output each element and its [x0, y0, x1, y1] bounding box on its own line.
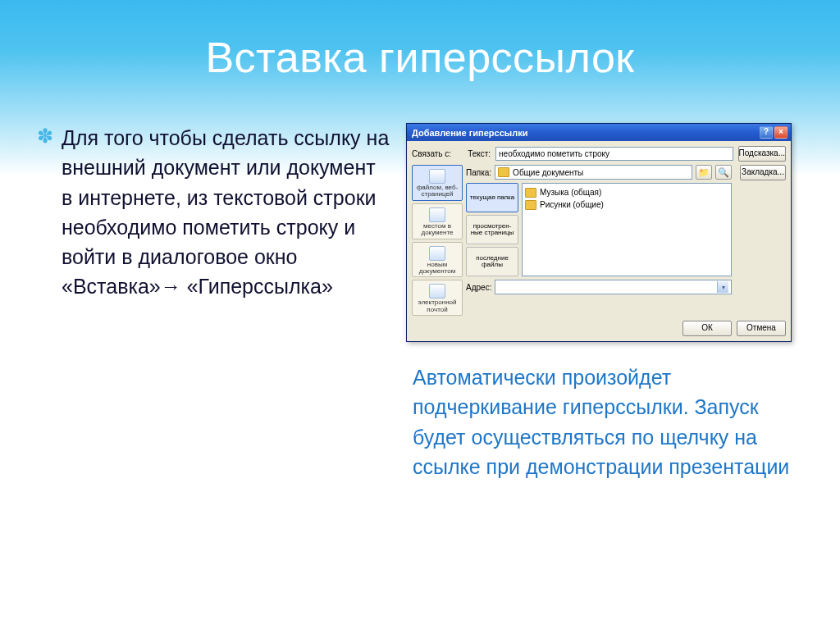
magnify-icon: 🔍 — [718, 167, 729, 178]
content-row: ✽ Для того чтобы сделать ссылку на внешн… — [0, 82, 840, 481]
view-tabs: текущая папка просмотрен-ные страницы по… — [466, 183, 518, 276]
tab-current-folder[interactable]: текущая папка — [466, 183, 518, 212]
address-row: Адрес: ▾ — [466, 280, 732, 294]
note-paragraph: Автоматически произойдет подчеркивание г… — [406, 362, 815, 481]
folder-select-value: Общие документы — [513, 168, 583, 177]
hyperlink-dialog: Добавление гиперссылки ? × Связать с: Те… — [406, 123, 792, 342]
top-row: Связать с: Текст: Подсказка... — [412, 146, 786, 162]
link-with-label: Связать с: — [412, 149, 451, 158]
tab-browsed-pages[interactable]: просмотрен-ные страницы — [466, 215, 518, 244]
dialog-body: Связать с: Текст: Подсказка... файлом, в… — [407, 141, 791, 341]
mid-row: текущая папка просмотрен-ные страницы по… — [466, 183, 732, 276]
folder-up-button[interactable]: 📁 — [696, 165, 712, 180]
folder-label: Папка: — [466, 168, 491, 177]
sidebar-item-label: местом в документе — [421, 222, 453, 236]
link-type-sidebar: файлом, веб-страницей местом в документе… — [412, 165, 463, 316]
folder-up-icon: 📁 — [698, 167, 710, 178]
cancel-button[interactable]: Отмена — [737, 321, 786, 336]
slide-title: Вставка гиперссылок — [0, 0, 840, 82]
dialog-footer: ОК Отмена — [412, 321, 786, 336]
folder-icon — [525, 188, 536, 198]
file-name: Рисунки (общие) — [540, 200, 604, 209]
right-column: Добавление гиперссылки ? × Связать с: Те… — [406, 123, 815, 481]
hint-button[interactable]: Подсказка... — [738, 146, 786, 162]
main-paragraph-block: ✽ Для того чтобы сделать ссылку на внешн… — [37, 123, 390, 302]
address-label: Адрес: — [466, 283, 491, 292]
titlebar-buttons: ? × — [760, 126, 788, 139]
mail-icon — [429, 284, 445, 299]
document-icon — [429, 207, 445, 222]
address-input[interactable]: ▾ — [495, 280, 732, 294]
close-icon[interactable]: × — [774, 126, 788, 139]
folder-icon — [525, 200, 536, 210]
right-button-column: Закладка... — [735, 165, 786, 180]
globe-icon — [429, 169, 445, 184]
left-column: ✽ Для того чтобы сделать ссылку на внешн… — [37, 123, 390, 481]
folder-select[interactable]: Общие документы — [495, 165, 692, 180]
list-item[interactable]: Рисунки (общие) — [525, 198, 728, 211]
list-item[interactable]: Музыка (общая) — [525, 186, 728, 198]
sidebar-item-new-doc[interactable]: новым документом — [412, 242, 463, 278]
sidebar-item-email[interactable]: электронной почтой — [412, 280, 463, 316]
browse-web-button[interactable]: 🔍 — [715, 165, 732, 180]
dialog-titlebar: Добавление гиперссылки ? × — [407, 124, 791, 141]
bookmark-button[interactable]: Закладка... — [740, 165, 786, 180]
file-name: Музыка (общая) — [540, 188, 601, 197]
folder-icon — [498, 167, 509, 177]
middle-column: Папка: Общие документы 📁 🔍 текущая папка… — [466, 165, 732, 294]
file-list[interactable]: Музыка (общая) Рисунки (общие) — [522, 183, 732, 276]
ok-button[interactable]: ОК — [682, 321, 732, 336]
text-label: Текст: — [468, 149, 491, 158]
chevron-down-icon[interactable]: ▾ — [717, 281, 728, 293]
sidebar-item-label: файлом, веб-страницей — [417, 184, 458, 198]
sidebar-item-label: новым документом — [419, 261, 456, 275]
sidebar-item-label: электронной почтой — [418, 299, 457, 312]
help-icon[interactable]: ? — [760, 126, 773, 139]
sidebar-item-place[interactable]: местом в документе — [412, 203, 463, 239]
folder-row: Папка: Общие документы 📁 🔍 — [466, 165, 732, 180]
new-doc-icon — [429, 246, 445, 261]
dialog-title: Добавление гиперссылки — [412, 128, 527, 138]
display-text-input[interactable] — [495, 147, 733, 161]
bullet-icon: ✽ — [37, 126, 53, 302]
main-paragraph: Для того чтобы сделать ссылку на внешний… — [62, 123, 390, 302]
tab-recent-files[interactable]: последние файлы — [466, 247, 518, 276]
sidebar-item-file-web[interactable]: файлом, веб-страницей — [412, 165, 463, 201]
